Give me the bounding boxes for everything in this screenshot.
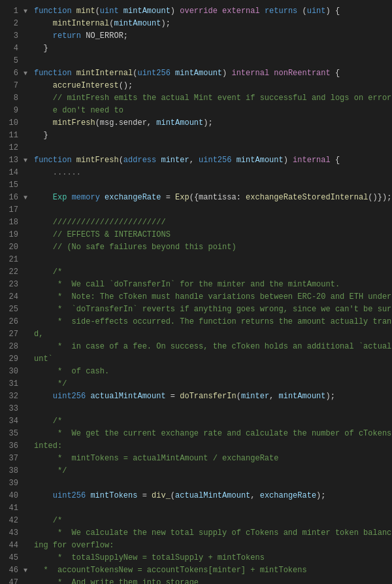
token-fn: Exp xyxy=(175,193,189,202)
token-pun: ( xyxy=(119,156,123,165)
token-pun: ); xyxy=(326,392,335,401)
token-var: mintAmount xyxy=(237,156,284,165)
code-line xyxy=(24,55,392,67)
line-number: 27 xyxy=(3,328,18,341)
code-line: * We calculate the new total supply of c… xyxy=(24,527,392,540)
fold-gutter xyxy=(24,216,34,229)
line-content: * totalSupplyNew = totalSupply + mintTok… xyxy=(34,552,392,564)
code-line xyxy=(24,179,392,192)
fold-gutter xyxy=(24,403,34,415)
line-number: 25 xyxy=(3,303,18,316)
code-line: * `doTransferIn` reverts if anything goe… xyxy=(24,303,392,316)
line-content: uint256 actualMintAmount = doTransferIn(… xyxy=(34,390,392,403)
token-cm: inted: xyxy=(34,441,62,451)
token-pun: ()}); xyxy=(368,193,391,202)
code-line: d, xyxy=(24,328,392,341)
fold-gutter xyxy=(24,390,34,403)
token-cm: * We call `doTransferIn` for the minter … xyxy=(53,280,340,289)
line-content: */ xyxy=(34,378,392,390)
fold-arrow[interactable]: ▼ xyxy=(24,70,27,77)
token-pun: ({mantissa: xyxy=(189,193,246,202)
code-editor: 1234567891011121314151617181920212223242… xyxy=(0,0,392,584)
line-number: 17 xyxy=(3,204,18,216)
token-cm: * Note: The cToken must handle variation… xyxy=(53,292,392,301)
code-line: ▼function mintFresh(address minter, uint… xyxy=(24,154,392,167)
line-content: uint256 mintTokens = div_(actualMintAmou… xyxy=(34,490,392,502)
line-content: function mint(uint mintAmount) override … xyxy=(34,5,392,18)
line-number: 15 xyxy=(3,179,18,192)
token-pun: ) xyxy=(222,69,231,78)
code-line: ...... xyxy=(24,167,392,179)
line-content: d, xyxy=(34,328,392,341)
line-content: mintFresh(msg.sender, mintAmount); xyxy=(34,117,392,129)
line-content: // mintFresh emits the actual Mint event… xyxy=(34,92,392,105)
fold-gutter xyxy=(24,328,34,341)
token-var: mintAmount xyxy=(175,69,222,78)
line-content: /* xyxy=(34,266,392,279)
fold-arrow[interactable]: ▼ xyxy=(24,194,27,201)
fold-gutter xyxy=(24,341,34,353)
line-content: ing for overflow: xyxy=(34,540,392,552)
line-number: 13 xyxy=(3,154,18,167)
line-number: 33 xyxy=(3,403,18,415)
fold-arrow[interactable]: ▼ xyxy=(24,567,27,574)
code-line xyxy=(24,204,392,216)
line-content: * accountTokensNew = accountTokens[minte… xyxy=(34,564,392,577)
code-line xyxy=(24,477,392,490)
fold-gutter: ▼ xyxy=(24,564,34,577)
token-fn: mintFresh xyxy=(76,156,119,165)
token-cm: // EFFECTS & INTERACTIONS xyxy=(53,230,171,239)
fold-gutter xyxy=(24,552,34,564)
line-number: 34 xyxy=(3,415,18,428)
line-number: 35 xyxy=(3,428,18,440)
line-number: 6 xyxy=(3,67,18,80)
token-kw: uint256 xyxy=(53,491,91,500)
token-pun: (); xyxy=(119,81,133,90)
token-pun: ( xyxy=(302,7,307,16)
token-kw: returns xyxy=(265,7,302,16)
token-kw: function xyxy=(34,156,76,165)
fold-gutter xyxy=(24,266,34,279)
line-content: /* xyxy=(34,515,392,527)
fold-gutter xyxy=(24,179,34,192)
line-content: * We calculate the new total supply of c… xyxy=(34,527,392,540)
fold-arrow[interactable]: ▼ xyxy=(24,157,27,164)
fold-gutter xyxy=(24,477,34,490)
fold-gutter: ▼ xyxy=(24,192,34,204)
token-pun: = xyxy=(166,392,180,401)
fold-gutter xyxy=(24,254,34,266)
fold-gutter xyxy=(24,279,34,291)
line-number: 11 xyxy=(3,129,18,142)
token-kw: address xyxy=(123,156,161,165)
line-number: 43 xyxy=(3,527,18,540)
token-cm: e don't need to xyxy=(53,106,123,115)
code-line: } xyxy=(24,129,392,142)
token-kw: return xyxy=(53,31,86,41)
token-cm: * totalSupplyNew = totalSupply + mintTok… xyxy=(53,553,265,562)
token-kw2: external xyxy=(222,7,265,16)
token-pun: , xyxy=(269,392,278,401)
token-pun: ) xyxy=(171,7,180,16)
code-line: e don't need to xyxy=(24,105,392,117)
fold-gutter: ▼ xyxy=(24,154,34,167)
fold-gutter xyxy=(24,105,34,117)
code-line: * totalSupplyNew = totalSupply + mintTok… xyxy=(24,552,392,564)
line-number: 4 xyxy=(3,43,18,55)
token-kw2: internal xyxy=(231,69,274,78)
fold-arrow[interactable]: ▼ xyxy=(24,8,27,15)
line-number: 3 xyxy=(3,30,18,43)
token-kw: function xyxy=(34,69,76,78)
code-line: ▼ Exp memory exchangeRate = Exp({mantiss… xyxy=(24,192,392,204)
code-line: //////////////////////// xyxy=(24,216,392,229)
code-line: mintInternal(mintAmount); xyxy=(24,18,392,30)
token-dots: ...... xyxy=(53,168,81,177)
token-fn: mintFresh xyxy=(53,118,95,128)
code-line: uint256 mintTokens = div_(actualMintAmou… xyxy=(24,490,392,502)
token-fn: div_ xyxy=(152,491,171,500)
line-number: 47 xyxy=(3,577,18,584)
token-fn: mintInternal xyxy=(53,19,109,28)
token-var: mintAmount xyxy=(123,7,171,16)
line-content: * mintTokens = actualMintAmount / exchan… xyxy=(34,453,392,465)
fold-gutter xyxy=(24,577,34,584)
token-kw2: nonReentrant xyxy=(274,69,335,78)
